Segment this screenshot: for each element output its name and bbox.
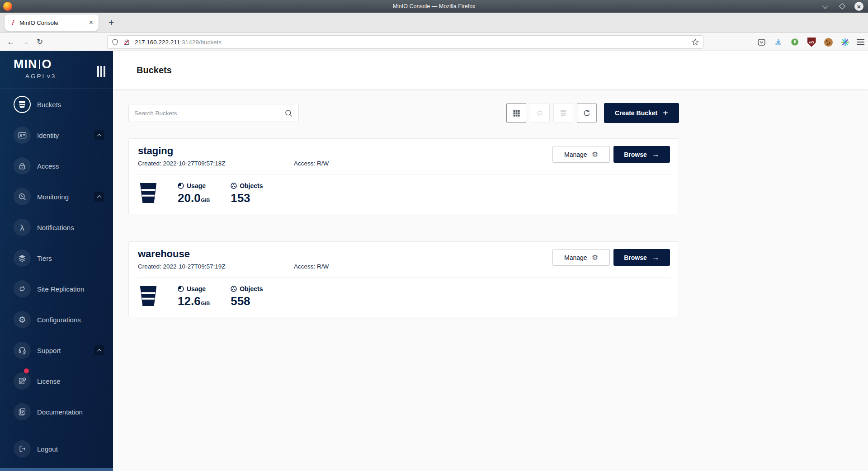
notification-badge <box>24 368 29 373</box>
tab-minio-console[interactable]: MinIO Console × <box>5 14 99 31</box>
sidebar-item-label: Identity <box>37 132 59 139</box>
lock-icon <box>14 157 31 174</box>
objects-icon <box>231 183 237 189</box>
search-icon <box>284 109 293 118</box>
bookmark-star-icon[interactable] <box>691 38 699 46</box>
bucket-created: Created: 2022-10-27T09:57:18Z <box>138 160 226 167</box>
maximize-icon <box>839 3 845 9</box>
bucket-view-button <box>553 103 573 123</box>
logout-icon <box>14 440 31 457</box>
menu-button[interactable] <box>857 39 864 45</box>
bucket-card-warehouse: warehouse Created: 2022-10-27T09:57:19Z … <box>128 241 679 317</box>
lambda-icon: λ <box>14 219 31 236</box>
chevron-up-icon[interactable] <box>94 130 104 140</box>
monitoring-icon <box>14 188 31 205</box>
gear-icon: ⚙ <box>592 150 598 159</box>
window-title: MinIO Console — Mozilla Firefox <box>0 3 868 9</box>
sidebar-item-label: Support <box>37 347 61 354</box>
minio-logo: MIN O <box>14 57 52 71</box>
objects-icon <box>231 286 237 292</box>
bucket-access: Access: R/W <box>294 160 329 167</box>
shield-icon[interactable] <box>111 38 119 46</box>
license-icon <box>14 372 31 390</box>
bucket-created: Created: 2022-10-27T09:57:19Z <box>138 263 226 270</box>
chevron-up-icon[interactable] <box>94 192 104 202</box>
url-text[interactable]: 217.160.222.211:31429/buckets <box>135 39 691 46</box>
close-window-button[interactable]: × <box>854 2 863 11</box>
manage-button[interactable]: Manage ⚙ <box>552 146 610 163</box>
bucket-card-staging: staging Created: 2022-10-27T09:57:18Z Ac… <box>128 138 679 214</box>
headset-icon <box>14 342 31 359</box>
sidebar-item-access[interactable]: Access <box>0 151 113 181</box>
usage-pie-icon <box>178 286 184 292</box>
pocket-icon[interactable] <box>756 37 766 47</box>
bucket-icon <box>138 181 159 205</box>
page-header: Buckets <box>113 51 868 89</box>
sidebar-item-tiers[interactable]: Tiers <box>0 243 113 273</box>
sidebar-item-notifications[interactable]: λ Notifications <box>0 212 113 243</box>
sidebar-item-label: Notifications <box>37 224 74 231</box>
new-tab-button[interactable]: + <box>105 17 118 28</box>
maximize-button[interactable] <box>838 2 847 11</box>
bucket-icon <box>559 109 567 117</box>
url-host: 217.160.222.211 <box>135 39 180 46</box>
sidebar-item-label: License <box>37 377 61 385</box>
replication-view-button <box>530 103 550 123</box>
tab-strip: MinIO Console × + <box>0 13 868 33</box>
bucket-icon <box>138 284 159 308</box>
sidebar-item-label: Tiers <box>37 254 52 262</box>
ublock-origin-icon[interactable]: uO <box>807 37 816 47</box>
chevron-up-icon[interactable] <box>94 345 104 355</box>
grid-view-button[interactable] <box>506 103 526 123</box>
sidebar-item-license[interactable]: License <box>0 366 113 396</box>
sidebar-item-label: Access <box>37 162 59 170</box>
forward-button: → <box>18 38 33 47</box>
sidebar-item-label: Documentation <box>37 408 83 416</box>
browse-button[interactable]: Browse → <box>613 146 670 163</box>
refresh-button[interactable] <box>577 103 597 123</box>
insecure-lock-icon[interactable] <box>123 38 131 46</box>
colorful-extension-icon[interactable] <box>840 37 850 47</box>
browser-toolbar: ← → ↻ 217.160.222.211:31429/buckets uO <box>0 33 868 51</box>
arrow-right-icon: → <box>652 253 660 262</box>
minimize-button[interactable] <box>821 2 830 11</box>
browse-button[interactable]: Browse → <box>613 249 670 266</box>
create-bucket-button[interactable]: Create Bucket + <box>604 103 679 123</box>
tab-close-button[interactable]: × <box>87 19 95 27</box>
sidebar-item-buckets[interactable]: Buckets <box>0 89 113 120</box>
sidebar-item-configurations[interactable]: ⚙ Configurations <box>0 304 113 335</box>
search-input[interactable] <box>134 110 284 117</box>
sidebar-item-label: Monitoring <box>37 193 69 201</box>
minio-favicon <box>9 19 16 26</box>
identity-icon <box>14 127 31 144</box>
usage-metric: Usage 20.0GiB <box>178 181 210 205</box>
sidebar-collapse-button[interactable] <box>97 66 105 77</box>
sidebar-item-identity[interactable]: Identity <box>0 120 113 151</box>
url-path: :31429/buckets <box>180 39 222 46</box>
layers-icon <box>14 250 31 267</box>
manage-button[interactable]: Manage ⚙ <box>552 249 610 266</box>
chevron-down-icon <box>822 3 828 9</box>
sidebar-item-label: Buckets <box>37 101 61 108</box>
sidebar-item-label: Logout <box>37 445 58 453</box>
sidebar-item-logout[interactable]: Logout <box>0 433 113 464</box>
url-bar[interactable]: 217.160.222.211:31429/buckets <box>107 35 703 49</box>
objects-metric: Objects 153 <box>231 181 263 205</box>
arrow-right-icon: → <box>652 150 660 159</box>
sidebar-scrollbar[interactable] <box>0 468 113 471</box>
sidebar-item-monitoring[interactable]: Monitoring <box>0 181 113 212</box>
reload-button[interactable]: ↻ <box>33 37 47 47</box>
download-icon[interactable] <box>773 37 783 47</box>
back-button[interactable]: ← <box>4 38 18 47</box>
sidebar-item-site-replication[interactable]: Site Replication <box>0 273 113 304</box>
privacy-extension-icon[interactable] <box>790 37 800 47</box>
usage-metric: Usage 12.6GiB <box>178 284 210 308</box>
replication-icon <box>535 108 544 118</box>
sidebar-item-support[interactable]: Support <box>0 335 113 366</box>
sidebar-item-label: Site Replication <box>37 285 84 293</box>
objects-metric: Objects 558 <box>231 284 263 308</box>
replication-icon <box>14 280 31 297</box>
sidebar-item-documentation[interactable]: Documentation <box>0 396 113 427</box>
cookie-extension-icon[interactable] <box>823 37 833 47</box>
usage-pie-icon <box>178 183 184 189</box>
